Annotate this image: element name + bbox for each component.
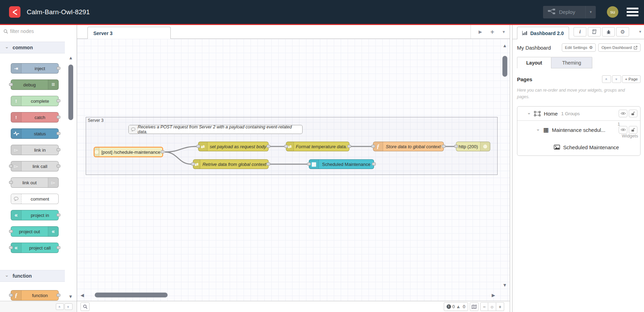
- tree-row-home[interactable]: › Home 1 Groups: [517, 107, 640, 121]
- port[interactable]: [284, 145, 288, 148]
- function-node-store-data[interactable]: ƒ Store data to global context: [373, 142, 444, 151]
- add-page-button[interactable]: + Page: [622, 75, 641, 83]
- notifications-button[interactable]: ! 0 ▲! 0: [444, 302, 468, 311]
- palette-node-function[interactable]: ƒ function: [11, 290, 59, 301]
- http-response-node[interactable]: http (200) ⊕: [456, 142, 490, 151]
- sidebar-tabs-caret[interactable]: ▾: [639, 29, 641, 34]
- palette-node-comment[interactable]: comment: [11, 194, 59, 204]
- canvas-search-button[interactable]: [80, 302, 90, 311]
- port[interactable]: [266, 145, 270, 148]
- main-menu-icon[interactable]: [627, 8, 638, 16]
- flow-workspace[interactable]: Server 3 Receives a POST request from Se…: [77, 39, 510, 301]
- comment-node[interactable]: Receives a POST request from Server 2 wi…: [128, 125, 303, 134]
- lock-button[interactable]: [629, 110, 637, 117]
- collapse-categories-button[interactable]: «: [56, 303, 64, 310]
- flow-list-caret[interactable]: ▾: [502, 29, 505, 34]
- palette-node-project-in[interactable]: « project in: [11, 210, 59, 220]
- open-dashboard-button[interactable]: Open Dashboard: [598, 43, 641, 52]
- port[interactable]: [371, 145, 375, 148]
- info-button[interactable]: i: [574, 27, 586, 36]
- expand-categories-button[interactable]: »: [65, 303, 73, 310]
- tree-row-maintenance-schedule[interactable]: › ▦ Maintenance schedul... 1 Widgets: [517, 121, 640, 139]
- palette-search[interactable]: [0, 25, 77, 37]
- port[interactable]: [57, 99, 60, 102]
- chevron-down-icon[interactable]: ›: [536, 129, 541, 130]
- port[interactable]: [57, 246, 60, 249]
- port[interactable]: [57, 116, 60, 119]
- port[interactable]: [9, 83, 13, 86]
- move-page-down-button[interactable]: »: [612, 75, 621, 83]
- tab-layout[interactable]: Layout: [517, 57, 551, 68]
- change-node-retrive-data[interactable]: ⇄ Retrive data from global context: [193, 159, 269, 169]
- palette-node-link-out[interactable]: link out ▻: [11, 177, 59, 188]
- palette-node-catch[interactable]: ! catch: [11, 112, 59, 123]
- palette-scrollbar-thumb[interactable]: [68, 65, 73, 120]
- navigator-map-button[interactable]: [470, 302, 478, 311]
- port[interactable]: [57, 294, 60, 297]
- port[interactable]: [57, 67, 60, 70]
- help-button[interactable]: [588, 27, 601, 36]
- port[interactable]: [9, 246, 13, 249]
- add-flow-button[interactable]: +: [490, 28, 494, 36]
- lock-button[interactable]: [629, 126, 637, 134]
- port[interactable]: [442, 145, 446, 148]
- port[interactable]: [266, 162, 270, 166]
- user-avatar[interactable]: su: [607, 6, 618, 18]
- port[interactable]: [196, 145, 200, 148]
- port[interactable]: [307, 162, 311, 166]
- scroll-down-icon[interactable]: ▼: [68, 294, 73, 299]
- palette-scrollbar[interactable]: ▲ ▼: [66, 37, 75, 301]
- palette-filter-input[interactable]: [10, 28, 59, 34]
- scroll-up-icon[interactable]: ▲: [66, 56, 75, 60]
- port[interactable]: [57, 165, 60, 168]
- change-node-format-temperature[interactable]: ⇄ Format temperature data.: [286, 142, 349, 151]
- port[interactable]: [9, 294, 13, 297]
- port[interactable]: [372, 162, 376, 166]
- change-node-set-payload[interactable]: ⇄ set payload as request body: [198, 142, 269, 151]
- tab-theming[interactable]: Theming: [551, 57, 592, 68]
- zoom-out-button[interactable]: −: [480, 302, 488, 311]
- port[interactable]: [57, 132, 60, 135]
- canvas-scroll-left-icon[interactable]: ◀: [80, 293, 84, 297]
- chevron-down-icon[interactable]: ›: [527, 113, 532, 114]
- canvas-horizontal-scrollbar[interactable]: [95, 293, 168, 297]
- deploy-options-caret[interactable]: ▾: [585, 6, 596, 18]
- palette-node-inject[interactable]: ⇥ inject: [11, 63, 59, 74]
- port[interactable]: [57, 148, 60, 151]
- http-in-node[interactable]: ⊕ [post] /schedule-maintenance: [94, 147, 163, 157]
- canvas-scroll-down-icon[interactable]: ▼: [502, 283, 507, 287]
- ui-table-node-scheduled-maintenance[interactable]: ▦ Scheduled Maintenance: [309, 159, 374, 169]
- visibility-button[interactable]: [619, 126, 627, 134]
- zoom-in-button[interactable]: +: [496, 302, 504, 311]
- palette-node-complete[interactable]: ! complete: [11, 96, 59, 106]
- port[interactable]: [9, 230, 13, 233]
- flow-tab-server3[interactable]: Server 3: [87, 27, 171, 39]
- deploy-button[interactable]: Deploy ▾: [543, 6, 596, 18]
- sidebar-resize-handle[interactable]: [510, 25, 512, 312]
- debug-button[interactable]: [602, 27, 615, 36]
- palette-category-common[interactable]: › common: [0, 42, 65, 53]
- palette-node-debug[interactable]: debug ≡: [11, 79, 59, 90]
- port[interactable]: [191, 162, 195, 166]
- palette-node-link-in[interactable]: ▻ link in: [11, 145, 59, 155]
- palette-node-project-out[interactable]: project out «: [11, 226, 59, 237]
- port[interactable]: [9, 165, 13, 168]
- port[interactable]: [454, 145, 458, 148]
- palette-node-status[interactable]: status: [11, 128, 59, 139]
- port[interactable]: [161, 150, 164, 153]
- port[interactable]: [9, 181, 13, 184]
- port[interactable]: [347, 145, 351, 148]
- canvas-scroll-right-icon[interactable]: ▶: [492, 293, 495, 297]
- canvas-vertical-scrollbar[interactable]: [502, 56, 507, 77]
- visibility-button[interactable]: [619, 110, 627, 117]
- tab-scroll-right-icon[interactable]: ▶: [478, 29, 482, 34]
- zoom-reset-button[interactable]: ○: [488, 302, 496, 311]
- palette-node-link-call[interactable]: ▻ link call: [11, 161, 59, 171]
- tree-row-scheduled-maintenance-widget[interactable]: Scheduled Maintenance: [517, 139, 640, 155]
- settings-button[interactable]: ⚙: [616, 27, 629, 36]
- canvas-scroll-up-icon[interactable]: ▲: [502, 43, 507, 48]
- port[interactable]: [57, 213, 60, 217]
- move-page-up-button[interactable]: «: [602, 75, 611, 83]
- palette-category-function[interactable]: › function: [0, 270, 65, 282]
- edit-settings-button[interactable]: Edit Settings ⚙: [562, 43, 596, 52]
